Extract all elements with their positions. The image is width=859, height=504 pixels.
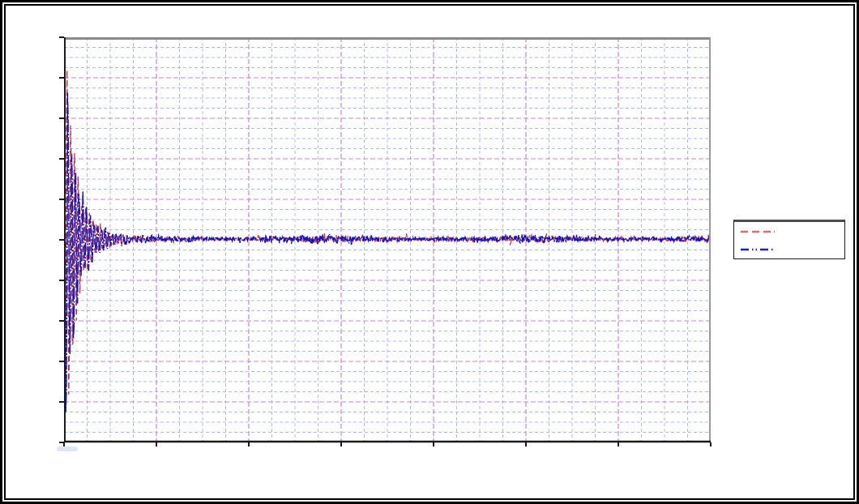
- waveform-plot: [54, 34, 727, 463]
- faint-axis-artifact: [57, 446, 78, 451]
- legend: [733, 220, 845, 259]
